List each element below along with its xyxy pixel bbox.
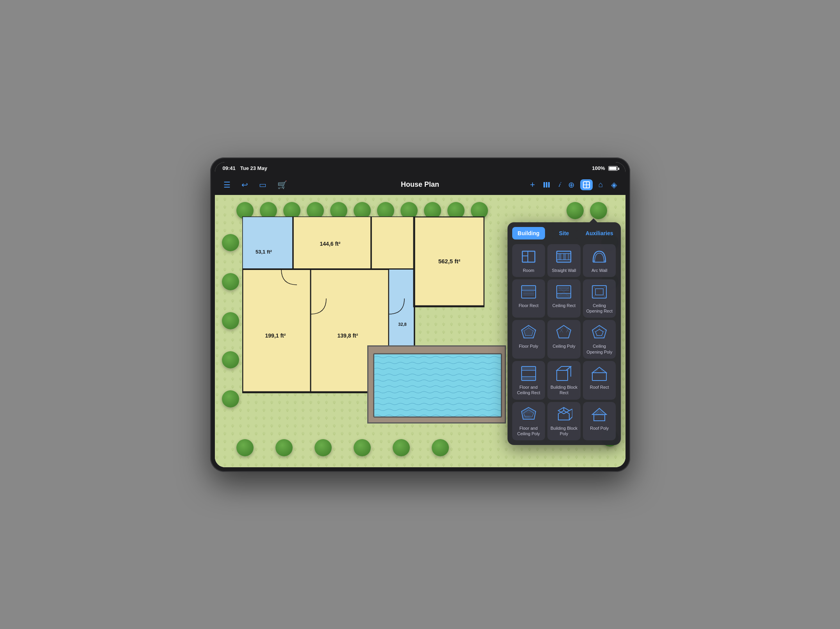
pool — [373, 353, 502, 418]
building-block-poly-label: Building Block Poly — [549, 425, 579, 437]
floor-poly-icon — [520, 324, 537, 341]
battery-percent: 100% — [592, 165, 605, 171]
target-button[interactable]: ⊕ — [566, 179, 577, 191]
svg-rect-56 — [522, 377, 536, 381]
status-time: 09:41 — [223, 165, 236, 171]
ceiling-opening-rect-icon — [591, 283, 608, 300]
grid-item-building-block-poly[interactable]: Building Block Poly — [547, 402, 581, 441]
svg-text:562,5 ft²: 562,5 ft² — [438, 258, 460, 264]
svg-rect-57 — [557, 370, 568, 381]
floor-ceiling-rect-icon — [520, 365, 537, 382]
grid-item-ceiling-opening-rect[interactable]: Ceiling Opening Rect — [583, 279, 616, 318]
room-icon — [520, 248, 537, 265]
svg-rect-43 — [557, 293, 571, 298]
svg-rect-32 — [558, 254, 561, 260]
info-button[interactable]: 𝑖 — [556, 179, 563, 190]
grid-item-floor-ceiling-rect[interactable]: Floor and Ceiling Rect — [512, 361, 545, 400]
grid-item-room[interactable]: Room — [512, 244, 545, 277]
house-button[interactable]: ⌂ — [596, 179, 605, 191]
3d-button[interactable]: ◈ — [609, 179, 619, 191]
tree — [222, 273, 239, 290]
ceiling-rect-icon — [555, 283, 572, 300]
floor-ceiling-poly-label: Floor and Ceiling Poly — [514, 425, 544, 437]
grid-item-ceiling-rect[interactable]: Ceiling Rect — [547, 279, 581, 318]
status-date: Tue 23 May — [240, 165, 267, 171]
grid-item-ceiling-opening-poly[interactable]: Ceiling Opening Poly — [583, 320, 616, 359]
popup-tabs: Building Site Auxiliaries — [512, 227, 616, 239]
floor-rect-icon — [520, 283, 537, 300]
grid-item-floor-ceiling-poly[interactable]: Floor and Ceiling Poly — [512, 402, 545, 441]
grid-item-floor-poly[interactable]: Floor Poly — [512, 320, 545, 359]
svg-text:144,6 ft²: 144,6 ft² — [320, 241, 340, 247]
svg-rect-34 — [568, 254, 569, 260]
svg-text:199,1 ft²: 199,1 ft² — [265, 332, 286, 339]
ceiling-rect-label: Ceiling Rect — [552, 303, 575, 308]
undo-button[interactable]: ↩ — [239, 179, 250, 191]
tree — [222, 390, 239, 407]
svg-rect-26 — [522, 251, 535, 262]
building-block-rect-label: Building Block Rect — [549, 384, 579, 396]
grid-item-straight-wall[interactable]: Straight Wall — [547, 244, 581, 277]
straight-wall-label: Straight Wall — [552, 268, 576, 273]
ceiling-poly-icon — [555, 324, 572, 341]
svg-rect-45 — [595, 289, 603, 295]
tree — [432, 439, 449, 456]
svg-rect-33 — [563, 254, 566, 260]
toolbar: ☰ ↩ ▭ 🛒 House Plan + 𝑖 ⊕ — [215, 175, 626, 195]
grid-item-ceiling-poly[interactable]: Ceiling Poly — [547, 320, 581, 359]
svg-rect-1 — [546, 182, 547, 188]
roof-poly-icon — [591, 406, 608, 423]
tree — [222, 312, 239, 329]
svg-marker-63 — [592, 367, 606, 373]
tab-auxiliaries[interactable]: Auxiliaries — [583, 227, 616, 239]
building-block-rect-icon — [555, 365, 572, 382]
menu-button[interactable]: ☰ — [221, 179, 233, 191]
svg-marker-78 — [592, 408, 606, 415]
add-button[interactable]: + — [528, 178, 538, 191]
tree — [354, 439, 371, 456]
arc-wall-label: Arc Wall — [592, 268, 608, 273]
tree — [222, 351, 239, 368]
delete-button[interactable]: ▭ — [257, 179, 269, 191]
svg-rect-0 — [543, 182, 545, 188]
tree — [275, 439, 293, 456]
ipad-screen: 09:41 Tue 23 May 100% ☰ ↩ ▭ 🛒 House Plan… — [215, 162, 626, 467]
svg-line-76 — [569, 417, 572, 420]
tab-site[interactable]: Site — [547, 227, 581, 239]
tree — [393, 439, 410, 456]
popup-menu: Building Site Auxiliaries — [508, 222, 621, 445]
building-block-poly-icon — [555, 406, 572, 423]
ceiling-opening-poly-label: Ceiling Opening Poly — [584, 343, 615, 355]
floor-ceiling-poly-icon — [520, 406, 537, 423]
svg-rect-62 — [592, 373, 606, 381]
tree — [567, 202, 584, 219]
svg-rect-40 — [522, 286, 536, 290]
roof-poly-label: Roof Poly — [590, 425, 609, 431]
floor-poly-label: Floor Poly — [519, 343, 538, 349]
floor-ceiling-rect-label: Floor and Ceiling Rect — [514, 384, 544, 396]
grid-item-roof-rect[interactable]: Roof Rect — [583, 361, 616, 400]
svg-marker-51 — [595, 329, 603, 336]
cart-button[interactable]: 🛒 — [275, 179, 290, 191]
svg-text:32,8: 32,8 — [398, 322, 406, 327]
svg-rect-2 — [548, 182, 550, 188]
floor-rect-label: Floor Rect — [518, 303, 538, 308]
svg-rect-11 — [371, 216, 414, 269]
grid-item-building-block-rect[interactable]: Building Block Rect — [547, 361, 581, 400]
roof-rect-label: Roof Rect — [590, 384, 609, 390]
svg-text:53,1 ft²: 53,1 ft² — [256, 249, 272, 255]
svg-line-74 — [569, 409, 572, 411]
page-title: House Plan — [401, 180, 439, 188]
tree — [222, 234, 239, 251]
grid-item-floor-rect[interactable]: Floor Rect — [512, 279, 545, 318]
grid-item-roof-poly[interactable]: Roof Poly — [583, 402, 616, 441]
tab-building[interactable]: Building — [512, 227, 545, 239]
battery-icon — [608, 166, 618, 171]
grid-item-arc-wall[interactable]: Arc Wall — [583, 244, 616, 277]
canvas-area: ψ — [215, 195, 626, 467]
library-button[interactable] — [540, 179, 553, 190]
ceiling-opening-rect-label: Ceiling Opening Rect — [584, 303, 615, 314]
svg-rect-55 — [522, 366, 536, 370]
tree — [236, 439, 254, 456]
floor-plan-button[interactable] — [580, 179, 593, 190]
